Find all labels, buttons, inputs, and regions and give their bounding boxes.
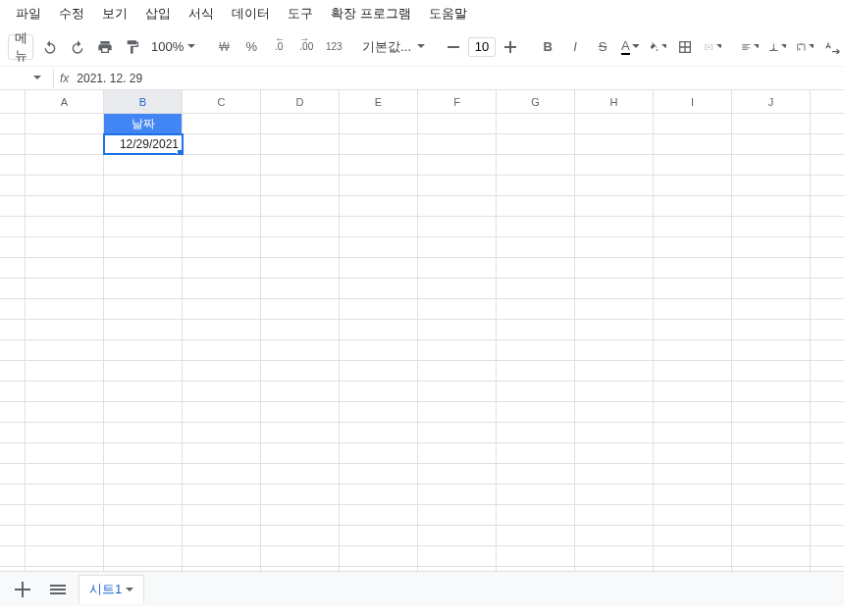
- cell-F5[interactable]: [418, 196, 497, 216]
- cell-C3[interactable]: [183, 155, 261, 175]
- cell-J12[interactable]: [732, 340, 811, 360]
- formula-input[interactable]: [77, 72, 836, 85]
- paint-format-button[interactable]: [120, 34, 145, 60]
- cell-D6[interactable]: [261, 217, 340, 236]
- cell-H19[interactable]: [575, 485, 654, 504]
- cell-G13[interactable]: [497, 361, 575, 381]
- cell-E4[interactable]: [340, 176, 418, 195]
- col-header-I[interactable]: I: [654, 90, 732, 113]
- cell-H1[interactable]: [575, 114, 654, 133]
- cell-D9[interactable]: [261, 279, 340, 298]
- cell-E19[interactable]: [340, 485, 418, 504]
- cell-K9[interactable]: [811, 279, 844, 298]
- cell-B20[interactable]: [104, 505, 183, 525]
- cell-C4[interactable]: [183, 176, 261, 195]
- row-header-15[interactable]: [0, 402, 26, 422]
- decrease-decimal-button[interactable]: ←.0: [266, 34, 291, 60]
- cell-J5[interactable]: [732, 196, 811, 216]
- cell-G19[interactable]: [497, 485, 575, 504]
- cell-K22[interactable]: [811, 546, 844, 566]
- cell-F11[interactable]: [418, 320, 497, 339]
- cell-K7[interactable]: [811, 237, 844, 257]
- cell-H17[interactable]: [575, 443, 654, 463]
- cell-H20[interactable]: [575, 505, 654, 525]
- cell-C22[interactable]: [183, 546, 261, 566]
- cell-D5[interactable]: [261, 196, 340, 216]
- cell-E20[interactable]: [340, 505, 418, 525]
- cell-A19[interactable]: [26, 485, 104, 504]
- cell-B2[interactable]: 12/29/2021: [104, 134, 183, 154]
- cell-H16[interactable]: [575, 423, 654, 442]
- cell-H23[interactable]: [575, 567, 654, 571]
- cell-H6[interactable]: [575, 217, 654, 236]
- select-all-corner[interactable]: [0, 90, 26, 113]
- cell-J22[interactable]: [732, 546, 811, 566]
- cell-B10[interactable]: [104, 299, 183, 319]
- cell-J10[interactable]: [732, 299, 811, 319]
- cell-G21[interactable]: [497, 526, 575, 545]
- cell-C14[interactable]: [183, 382, 261, 401]
- cell-I16[interactable]: [654, 423, 732, 442]
- cell-J1[interactable]: [732, 114, 811, 133]
- cell-E3[interactable]: [340, 155, 418, 175]
- row-header-23[interactable]: [0, 567, 26, 571]
- row-header-5[interactable]: [0, 196, 26, 216]
- cell-K4[interactable]: [811, 176, 844, 195]
- cell-G4[interactable]: [497, 176, 575, 195]
- cell-A18[interactable]: [26, 464, 104, 484]
- cell-B14[interactable]: [104, 382, 183, 401]
- italic-button[interactable]: I: [562, 34, 588, 60]
- cell-B7[interactable]: [104, 237, 183, 257]
- cell-D1[interactable]: [261, 114, 340, 133]
- cell-G8[interactable]: [497, 258, 575, 278]
- cell-C1[interactable]: [183, 114, 261, 133]
- cell-I14[interactable]: [654, 382, 732, 401]
- cell-F8[interactable]: [418, 258, 497, 278]
- cell-K18[interactable]: [811, 464, 844, 484]
- cell-K5[interactable]: [811, 196, 844, 216]
- row-header-11[interactable]: [0, 320, 26, 339]
- borders-button[interactable]: [672, 34, 698, 60]
- cell-B22[interactable]: [104, 546, 183, 566]
- cell-J18[interactable]: [732, 464, 811, 484]
- col-header-E[interactable]: E: [340, 90, 418, 113]
- cell-F10[interactable]: [418, 299, 497, 319]
- cell-I2[interactable]: [654, 134, 732, 154]
- row-header-18[interactable]: [0, 464, 26, 484]
- cell-A9[interactable]: [26, 279, 104, 298]
- increase-decimal-button[interactable]: →.00: [293, 34, 319, 60]
- cell-A2[interactable]: [26, 134, 104, 154]
- cell-B3[interactable]: [104, 155, 183, 175]
- cell-K21[interactable]: [811, 526, 844, 545]
- cell-E6[interactable]: [340, 217, 418, 236]
- cell-C8[interactable]: [183, 258, 261, 278]
- cell-F12[interactable]: [418, 340, 497, 360]
- cell-I12[interactable]: [654, 340, 732, 360]
- cell-G14[interactable]: [497, 382, 575, 401]
- cell-H9[interactable]: [575, 279, 654, 298]
- text-wrap-button[interactable]: [792, 34, 818, 60]
- cell-C16[interactable]: [183, 423, 261, 442]
- cell-F7[interactable]: [418, 237, 497, 257]
- cell-H2[interactable]: [575, 134, 654, 154]
- cell-K8[interactable]: [811, 258, 844, 278]
- cell-B6[interactable]: [104, 217, 183, 236]
- cell-J3[interactable]: [732, 155, 811, 175]
- cell-E23[interactable]: [340, 567, 418, 571]
- cell-A7[interactable]: [26, 237, 104, 257]
- cell-B9[interactable]: [104, 279, 183, 298]
- undo-button[interactable]: [37, 34, 63, 60]
- cell-B16[interactable]: [104, 423, 183, 442]
- menu-insert[interactable]: 삽입: [137, 1, 179, 26]
- cell-I6[interactable]: [654, 217, 732, 236]
- cell-I21[interactable]: [654, 526, 732, 545]
- cell-C19[interactable]: [183, 485, 261, 504]
- vertical-align-button[interactable]: [765, 34, 790, 60]
- cell-D16[interactable]: [261, 423, 340, 442]
- cell-G5[interactable]: [497, 196, 575, 216]
- cell-H10[interactable]: [575, 299, 654, 319]
- cell-C5[interactable]: [183, 196, 261, 216]
- font-size-input[interactable]: [468, 37, 496, 57]
- cell-E15[interactable]: [340, 402, 418, 422]
- cell-G3[interactable]: [497, 155, 575, 175]
